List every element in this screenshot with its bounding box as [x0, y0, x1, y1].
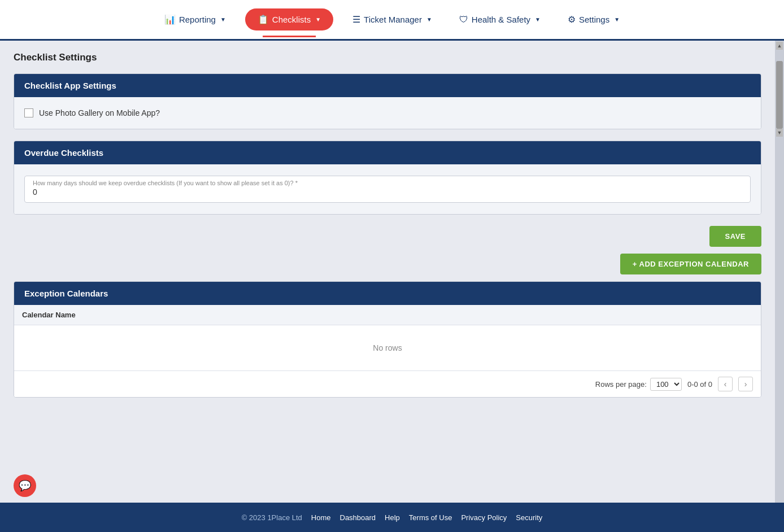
photo-gallery-checkbox[interactable]	[24, 108, 33, 117]
nav-health-safety[interactable]: 🛡 Health & Safety ▼	[451, 10, 548, 29]
checklist-app-settings-card: Checklist App Settings Use Photo Gallery…	[14, 73, 761, 129]
col-calendar-name: Calendar Name	[22, 311, 76, 319]
nav-settings[interactable]: ⚙ Settings ▼	[560, 10, 628, 29]
ticket-manager-arrow: ▼	[426, 16, 432, 23]
next-page-button[interactable]: ›	[738, 377, 753, 391]
settings-arrow: ▼	[614, 16, 620, 23]
exception-calendars-card: Exception Calendars Calendar Name No row…	[14, 281, 761, 398]
overdue-days-input[interactable]	[33, 185, 742, 197]
checklist-app-settings-header: Checklist App Settings	[14, 74, 761, 97]
rows-per-page-group: Rows per page: 100 25 50	[595, 378, 682, 391]
checklists-arrow: ▼	[315, 16, 321, 23]
page-title: Checklist Settings	[14, 52, 761, 63]
scrollbar-thumb[interactable]	[776, 61, 783, 129]
nav-health-safety-label: Health & Safety	[472, 15, 530, 24]
health-safety-icon: 🛡	[459, 15, 468, 25]
nav-ticket-manager-label: Ticket Manager	[364, 15, 422, 24]
exception-calendars-table: Calendar Name No rows Rows per page: 100…	[14, 305, 761, 397]
checklist-app-settings-body: Use Photo Gallery on Mobile App?	[14, 97, 761, 129]
chat-icon: 💬	[19, 479, 31, 492]
footer-copyright: © 2023 1Place Ltd	[242, 513, 302, 522]
rows-per-page-label: Rows per page:	[595, 380, 647, 389]
scroll-down-arrow[interactable]: ▼	[776, 129, 783, 137]
footer-link-terms[interactable]: Terms of Use	[409, 513, 452, 522]
settings-icon: ⚙	[568, 14, 576, 25]
health-safety-arrow: ▼	[535, 16, 541, 23]
rows-per-page-select[interactable]: 100 25 50	[650, 378, 682, 391]
reporting-icon: 📊	[164, 14, 176, 25]
photo-gallery-row: Use Photo Gallery on Mobile App?	[24, 108, 751, 117]
page-wrapper: Checklist Settings Checklist App Setting…	[0, 41, 784, 503]
overdue-checklists-header: Overdue Checklists	[14, 141, 761, 164]
scrollbar[interactable]: ▲ ▼	[775, 41, 784, 503]
nav-checklists[interactable]: 📋 Checklists ▼	[245, 8, 333, 30]
footer-link-help[interactable]: Help	[385, 513, 400, 522]
ticket-manager-icon: ☰	[352, 14, 360, 25]
overdue-checklists-card: Overdue Checklists How many days should …	[14, 141, 761, 215]
nav-reporting-label: Reporting	[179, 15, 216, 24]
table-footer: Rows per page: 100 25 50 0-0 of 0 ‹ ›	[14, 370, 761, 397]
pagination-info: 0-0 of 0	[687, 380, 712, 389]
table-body: No rows	[14, 325, 761, 370]
main-content: Checklist Settings Checklist App Setting…	[0, 41, 775, 503]
add-exception-button-row: + ADD EXCEPTION CALENDAR	[14, 254, 761, 274]
reporting-arrow: ▼	[220, 16, 226, 23]
nav-checklists-label: Checklists	[272, 15, 311, 24]
exception-calendars-header: Exception Calendars	[14, 282, 761, 305]
overdue-days-label: How many days should we keep overdue che…	[33, 180, 298, 186]
navbar: 📊 Reporting ▼ 📋 Checklists ▼ ☰ Ticket Ma…	[0, 0, 784, 41]
checklists-icon: 📋	[258, 14, 269, 25]
footer-link-security[interactable]: Security	[516, 513, 542, 522]
overdue-days-field-wrapper: How many days should we keep overdue che…	[24, 176, 751, 203]
footer-link-home[interactable]: Home	[311, 513, 331, 522]
save-button[interactable]: SAVE	[709, 226, 761, 247]
no-rows-text: No rows	[373, 343, 402, 352]
nav-reporting[interactable]: 📊 Reporting ▼	[156, 10, 234, 29]
prev-page-button[interactable]: ‹	[718, 377, 733, 391]
add-exception-button[interactable]: + ADD EXCEPTION CALENDAR	[620, 254, 761, 274]
overdue-checklists-body: How many days should we keep overdue che…	[14, 164, 761, 214]
table-header-row: Calendar Name	[14, 305, 761, 325]
chat-bubble[interactable]: 💬	[14, 474, 36, 497]
footer: © 2023 1Place Ltd Home Dashboard Help Te…	[0, 503, 784, 532]
footer-link-privacy[interactable]: Privacy Policy	[461, 513, 507, 522]
scroll-up-arrow[interactable]: ▲	[776, 42, 783, 50]
nav-ticket-manager[interactable]: ☰ Ticket Manager ▼	[345, 10, 440, 29]
nav-settings-label: Settings	[579, 15, 609, 24]
photo-gallery-label: Use Photo Gallery on Mobile App?	[39, 108, 160, 117]
save-button-row: SAVE	[14, 226, 761, 247]
footer-link-dashboard[interactable]: Dashboard	[340, 513, 376, 522]
